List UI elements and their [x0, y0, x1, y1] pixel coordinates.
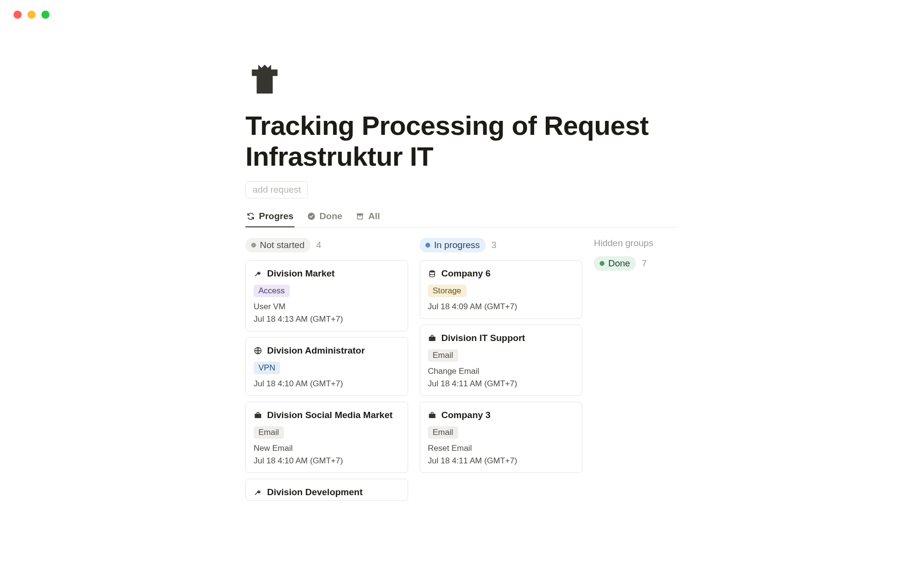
window-traffic-lights [0, 0, 924, 29]
briefcase-icon [428, 411, 436, 420]
card-date: Jul 18 4:09 AM (GMT+7) [428, 302, 574, 312]
key-icon [254, 488, 262, 497]
tab-label: All [368, 211, 380, 222]
hidden-groups-label: Hidden groups [594, 238, 679, 249]
card-title: Division IT Support [441, 333, 525, 343]
card-text: Reset Email [428, 444, 574, 453]
column-in-progress: In progress 3 Company 6 Storage Jul 18 4… [420, 238, 582, 479]
card-tag: VPN [254, 362, 280, 374]
card-tag: Storage [428, 285, 466, 297]
status-pill-done[interactable]: Done [594, 256, 636, 271]
status-label: Not started [260, 240, 305, 250]
card-date: Jul 18 4:11 AM (GMT+7) [428, 456, 574, 466]
status-dot [251, 243, 256, 248]
briefcase-icon [428, 334, 436, 342]
tab-label: Done [320, 211, 343, 222]
page-icon [245, 58, 284, 97]
card-text: User VM [254, 302, 400, 312]
card[interactable]: Company 3 Email Reset Email Jul 18 4:11 … [420, 402, 582, 473]
card[interactable]: Division IT Support Email Change Email J… [420, 325, 582, 396]
globe-icon [254, 346, 262, 355]
card-title: Division Administrator [267, 345, 365, 356]
key-icon [254, 269, 262, 278]
card-text: Change Email [428, 367, 574, 376]
hidden-groups-column: Hidden groups Done 7 [594, 238, 679, 271]
card-tag: Email [254, 426, 284, 439]
status-pill-in-progress[interactable]: In progress [420, 238, 486, 252]
tab-progres[interactable]: Progres [245, 207, 295, 227]
view-tabs: Progres Done All [245, 207, 679, 227]
page-title: Tracking Processing of Request Infrastru… [245, 110, 679, 172]
status-pill-not-started[interactable]: Not started [245, 238, 310, 252]
card-tag: Email [428, 426, 458, 439]
status-label: Done [608, 258, 630, 269]
close-window-button[interactable] [13, 11, 22, 19]
briefcase-icon [254, 411, 262, 420]
tab-all[interactable]: All [355, 207, 381, 227]
card-date: Jul 18 4:10 AM (GMT+7) [254, 379, 400, 389]
tab-label: Progres [259, 211, 294, 222]
kanban-board: Not started 4 Division Market Access Use… [245, 238, 679, 507]
column-not-started: Not started 4 Division Market Access Use… [245, 238, 408, 507]
maximize-window-button[interactable] [41, 11, 50, 19]
tab-done[interactable]: Done [306, 207, 344, 227]
card[interactable]: Company 6 Storage Jul 18 4:09 AM (GMT+7) [420, 260, 582, 319]
status-dot [600, 261, 604, 266]
card-date: Jul 18 4:13 AM (GMT+7) [254, 315, 400, 324]
minimize-window-button[interactable] [27, 11, 36, 19]
card-title: Company 6 [441, 268, 490, 279]
card-tag: Access [254, 285, 290, 297]
status-label: In progress [434, 240, 480, 250]
column-count: 3 [491, 240, 497, 250]
refresh-icon [246, 212, 255, 221]
card-title: Division Market [267, 268, 334, 279]
check-circle-icon [307, 212, 316, 221]
card-date: Jul 18 4:10 AM (GMT+7) [254, 456, 400, 466]
card[interactable]: Division Administrator VPN Jul 18 4:10 A… [245, 337, 408, 396]
column-count: 4 [316, 240, 321, 250]
archive-icon [356, 212, 364, 221]
card[interactable]: Division Market Access User VM Jul 18 4:… [245, 260, 408, 331]
card-date: Jul 18 4:11 AM (GMT+7) [428, 379, 574, 389]
card-title: Company 3 [441, 410, 490, 420]
status-dot [425, 243, 430, 248]
card-title: Division Development [267, 487, 363, 498]
card[interactable]: Division Development [245, 479, 408, 501]
card-text: New Email [254, 444, 400, 453]
card-title: Division Social Media Market [267, 410, 393, 420]
card[interactable]: Division Social Media Market Email New E… [245, 402, 408, 473]
hidden-group-count: 7 [642, 258, 647, 269]
database-icon [428, 269, 436, 278]
add-request-button[interactable]: add request [245, 181, 308, 198]
card-tag: Email [428, 349, 458, 362]
